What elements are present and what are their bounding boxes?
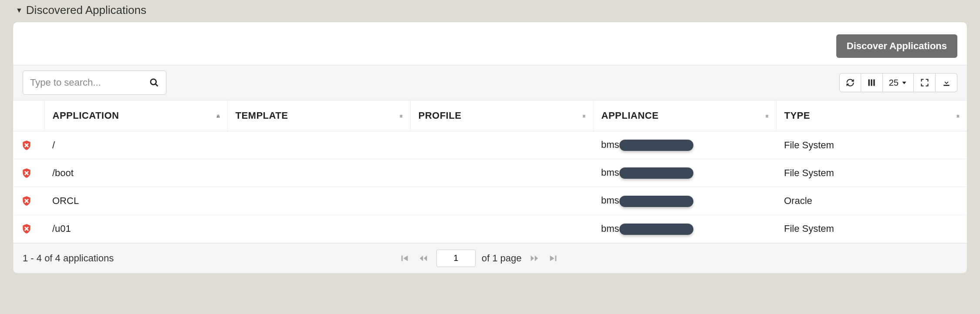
- sort-icon: ▲▼: [581, 116, 587, 116]
- panel-actions: Discover Applications: [13, 22, 967, 65]
- profile-cell: [410, 131, 593, 159]
- type-cell: File System: [776, 159, 967, 187]
- template-cell: [227, 187, 410, 215]
- appliance-prefix: bms: [601, 167, 619, 178]
- svg-marker-5: [902, 82, 906, 84]
- shield-alert-icon: [21, 195, 37, 207]
- table-row[interactable]: /boot bms File System: [13, 159, 967, 187]
- table-row[interactable]: /u01 bms File System: [13, 215, 967, 243]
- toolbar: 25: [13, 65, 967, 100]
- row-count-text: 1 - 4 of 4 applications: [23, 253, 114, 264]
- svg-rect-6: [943, 85, 949, 86]
- first-page-button[interactable]: [398, 252, 411, 265]
- svg-marker-13: [550, 255, 554, 261]
- section-header[interactable]: ▼ Discovered Applications: [13, 0, 967, 22]
- column-header-label: APPLICATION: [53, 110, 119, 121]
- table-row[interactable]: ORCL bms Oracle: [13, 187, 967, 215]
- sort-icon: ▲▼: [764, 116, 770, 116]
- columns-button[interactable]: [861, 73, 883, 92]
- prev-page-button[interactable]: [417, 252, 430, 265]
- application-cell: /u01: [44, 215, 227, 243]
- next-page-icon: [529, 254, 539, 263]
- shield-alert-icon: [21, 140, 37, 151]
- appliance-cell: bms: [593, 131, 776, 159]
- svg-rect-7: [401, 255, 402, 261]
- application-cell: ORCL: [44, 187, 227, 215]
- page-size-dropdown[interactable]: 25: [883, 73, 914, 92]
- download-icon: [942, 78, 951, 87]
- refresh-icon: [846, 78, 855, 87]
- shield-alert-icon: [21, 223, 37, 234]
- next-page-button[interactable]: [527, 252, 541, 265]
- redacted-text: [619, 196, 693, 207]
- svg-marker-10: [424, 255, 427, 261]
- page-number-input[interactable]: [436, 250, 476, 267]
- sort-icon: ▲▼: [216, 116, 221, 116]
- table-row[interactable]: / bms File System: [13, 131, 967, 159]
- column-header-template[interactable]: TEMPLATE ▲▼: [227, 100, 410, 131]
- page-size-value: 25: [889, 78, 899, 88]
- profile-cell: [410, 187, 593, 215]
- column-header-type[interactable]: TYPE ▲▼: [776, 100, 967, 131]
- template-cell: [227, 159, 410, 187]
- pager: of 1 page: [114, 250, 844, 267]
- appliance-cell: bms: [593, 187, 776, 215]
- table-header-row: APPLICATION ▲▼ TEMPLATE ▲▼ PROFILE: [13, 100, 967, 131]
- template-cell: [227, 131, 410, 159]
- column-header-status[interactable]: [13, 100, 44, 131]
- svg-marker-8: [403, 255, 408, 261]
- svg-rect-4: [873, 80, 875, 86]
- appliance-cell: bms: [593, 215, 776, 243]
- download-button[interactable]: [936, 73, 957, 92]
- appliance-cell: bms: [593, 159, 776, 187]
- search-button[interactable]: [142, 70, 166, 95]
- type-cell: File System: [776, 215, 967, 243]
- svg-marker-12: [535, 255, 538, 261]
- svg-marker-9: [420, 255, 423, 261]
- redacted-text: [619, 224, 693, 235]
- page-total-text: of 1 page: [482, 253, 522, 264]
- column-header-profile[interactable]: PROFILE ▲▼: [410, 100, 593, 131]
- applications-table: APPLICATION ▲▼ TEMPLATE ▲▼ PROFILE: [13, 100, 967, 243]
- profile-cell: [410, 159, 593, 187]
- last-page-button[interactable]: [547, 252, 560, 265]
- table-footer: 1 - 4 of 4 applications of 1 page: [13, 243, 967, 273]
- template-cell: [227, 215, 410, 243]
- columns-icon: [867, 78, 876, 87]
- profile-cell: [410, 215, 593, 243]
- column-header-label: TYPE: [784, 110, 810, 121]
- type-cell: File System: [776, 131, 967, 159]
- application-cell: /: [44, 131, 227, 159]
- status-cell: [13, 131, 44, 159]
- fullscreen-button[interactable]: [914, 73, 936, 92]
- type-cell: Oracle: [776, 187, 967, 215]
- column-header-label: PROFILE: [419, 110, 462, 121]
- search-icon: [149, 78, 159, 87]
- applications-panel: Discover Applications: [13, 22, 967, 273]
- status-cell: [13, 215, 44, 243]
- appliance-prefix: bms: [601, 195, 619, 206]
- column-header-appliance[interactable]: APPLIANCE ▲▼: [593, 100, 776, 131]
- column-header-application[interactable]: APPLICATION ▲▼: [44, 100, 227, 131]
- section-title-text: Discovered Applications: [26, 3, 146, 17]
- sort-icon: ▲▼: [956, 116, 961, 116]
- sort-icon: ▲▼: [399, 116, 404, 116]
- status-cell: [13, 159, 44, 187]
- redacted-text: [619, 167, 693, 179]
- appliance-prefix: bms: [601, 139, 619, 150]
- collapse-icon: ▼: [16, 7, 23, 14]
- chevron-down-icon: [901, 80, 907, 86]
- last-page-icon: [548, 254, 558, 263]
- svg-rect-2: [868, 80, 870, 86]
- column-header-label: APPLIANCE: [602, 110, 659, 121]
- prev-page-icon: [419, 254, 429, 263]
- svg-rect-3: [871, 80, 872, 86]
- application-cell: /boot: [44, 159, 227, 187]
- shield-alert-icon: [21, 167, 37, 179]
- refresh-button[interactable]: [839, 73, 861, 92]
- svg-rect-14: [555, 255, 557, 261]
- svg-marker-11: [531, 255, 534, 261]
- toolbar-buttons: 25: [839, 73, 957, 92]
- svg-point-0: [151, 79, 156, 85]
- discover-applications-button[interactable]: Discover Applications: [836, 34, 957, 58]
